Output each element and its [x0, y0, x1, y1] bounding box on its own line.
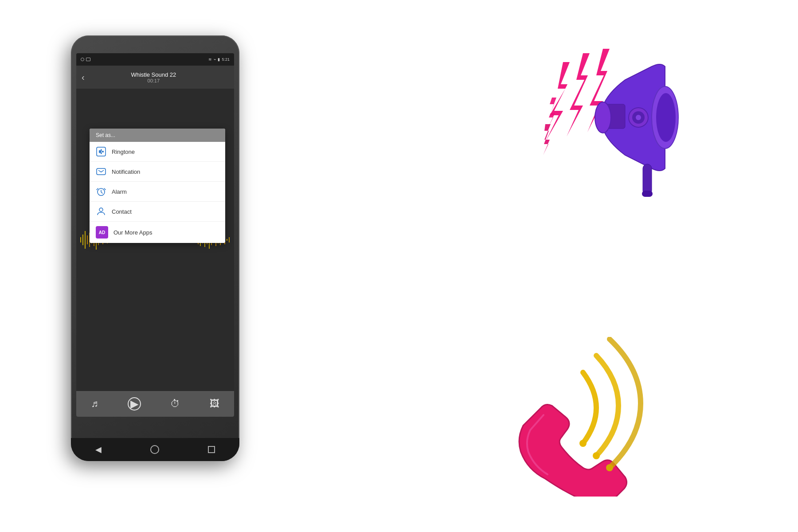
ringtone-label: Ringtone: [112, 149, 135, 155]
alarm-menu-icon: [96, 186, 106, 197]
notification-label: Notification: [112, 168, 140, 175]
status-right-icons: ≋ ⌁ ▮ 5:21: [208, 57, 230, 62]
megaphone-svg: [501, 27, 687, 222]
nav-bar: ◀: [71, 438, 239, 461]
contact-menu-icon: [96, 206, 106, 217]
back-nav-button[interactable]: ◀: [95, 445, 102, 454]
status-left-icons: [81, 58, 90, 61]
svg-point-83: [656, 93, 676, 142]
battery-icon: ▮: [218, 57, 220, 62]
track-duration-label: 00:17: [89, 78, 218, 83]
home-nav-button[interactable]: [150, 445, 159, 454]
set-as-dropdown: Set as... Ringtone: [90, 129, 225, 243]
svg-point-88: [636, 115, 641, 120]
ringtone-illustration: [497, 337, 665, 497]
bluetooth-icon: ⌁: [214, 57, 216, 62]
svg-rect-89: [643, 164, 652, 195]
contact-option[interactable]: Contact: [90, 202, 225, 222]
svg-marker-78: [567, 53, 590, 137]
notification-menu-icon: [96, 166, 106, 177]
svg-point-93: [606, 464, 613, 471]
notification-option[interactable]: Notification: [90, 162, 225, 182]
header-title-block: Whistle Sound 22 00:17: [89, 71, 218, 83]
contact-label: Contact: [112, 208, 132, 215]
alarm-label: Alarm: [112, 188, 127, 195]
phone-device: ≋ ⌁ ▮ 5:21 ‹ Whistle Sound 22 00:17: [71, 35, 239, 461]
svg-marker-81: [543, 124, 551, 155]
back-button[interactable]: ‹: [82, 72, 85, 82]
camera-indicator-icon: [81, 58, 84, 61]
svg-marker-77: [545, 62, 570, 142]
megaphone-illustration: [501, 27, 687, 222]
image-icon[interactable]: 🖼: [210, 398, 219, 410]
ringtone-option[interactable]: Ringtone: [90, 142, 225, 162]
phone-screen: ≋ ⌁ ▮ 5:21 ‹ Whistle Sound 22 00:17: [76, 53, 234, 417]
bottom-toolbar: ♬ ▶ ⏱ 🖼: [76, 391, 234, 417]
dropdown-header: Set as...: [90, 129, 225, 142]
alarm-option[interactable]: Alarm: [90, 182, 225, 202]
play-button-icon[interactable]: ▶: [128, 397, 141, 411]
svg-rect-74: [97, 168, 106, 175]
ad-badge-icon: AD: [96, 226, 108, 239]
svg-point-85: [595, 102, 611, 133]
status-bar: ≋ ⌁ ▮ 5:21: [76, 53, 234, 66]
svg-point-76: [99, 208, 103, 211]
app-header: ‹ Whistle Sound 22 00:17: [76, 66, 234, 89]
svg-rect-90: [642, 191, 653, 197]
ringtone-svg: [497, 337, 665, 497]
app-content: Set as... Ringtone: [76, 89, 234, 391]
playlist-icon[interactable]: ♬: [91, 398, 98, 410]
scene: ≋ ⌁ ▮ 5:21 ‹ Whistle Sound 22 00:17: [0, 0, 798, 532]
svg-point-92: [593, 452, 600, 459]
svg-point-73: [102, 151, 104, 153]
wifi-icon: ≋: [208, 57, 212, 62]
time-display: 5:21: [222, 57, 230, 62]
more-apps-option[interactable]: AD Our More Apps: [90, 222, 225, 243]
history-icon[interactable]: ⏱: [170, 398, 180, 410]
sim-icon: [86, 58, 90, 61]
svg-point-91: [579, 440, 587, 447]
track-name-label: Whistle Sound 22: [89, 71, 218, 78]
ringtone-menu-icon: [96, 146, 106, 157]
phone-body: ≋ ⌁ ▮ 5:21 ‹ Whistle Sound 22 00:17: [71, 35, 239, 461]
more-apps-label: Our More Apps: [113, 229, 152, 236]
recent-nav-button[interactable]: [208, 446, 215, 453]
